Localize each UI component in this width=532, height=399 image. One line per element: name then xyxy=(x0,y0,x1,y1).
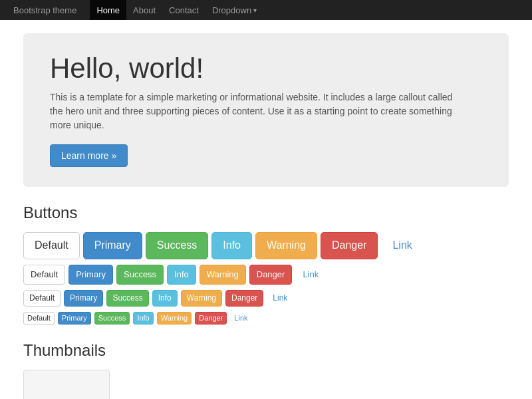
btn-danger-sm[interactable]: Danger xyxy=(225,290,263,307)
hero-unit: Hello, world! This is a template for a s… xyxy=(23,33,509,187)
main-content: Hello, world! This is a template for a s… xyxy=(13,20,519,399)
nav-item-contact[interactable]: Contact xyxy=(162,0,205,20)
btn-success-md[interactable]: Success xyxy=(116,265,164,285)
learn-more-button[interactable]: Learn more » xyxy=(50,144,128,167)
btn-warning-md[interactable]: Warning xyxy=(200,265,246,285)
btn-default-md[interactable]: Default xyxy=(23,265,65,285)
thumbnails-title: Thumbnails xyxy=(23,341,509,360)
navbar: Bootstrap theme Home About Contact Dropd… xyxy=(0,0,532,20)
btn-success-xs[interactable]: Success xyxy=(94,312,130,325)
btn-link-lg[interactable]: Link xyxy=(381,232,423,259)
btn-info-xs[interactable]: Info xyxy=(133,312,153,325)
button-row-xs: Default Primary Success Info Warning Dan… xyxy=(23,312,509,325)
btn-link-md[interactable]: Link xyxy=(295,265,326,285)
chevron-down-icon: ▾ xyxy=(253,7,257,14)
thumbnail-item[interactable]: 200x200 xyxy=(23,370,110,399)
btn-info-sm[interactable]: Info xyxy=(152,290,178,307)
btn-default-lg[interactable]: Default xyxy=(23,232,80,259)
btn-danger-md[interactable]: Danger xyxy=(249,265,293,285)
btn-warning-xs[interactable]: Warning xyxy=(157,312,192,325)
btn-primary-md[interactable]: Primary xyxy=(68,265,113,285)
btn-warning-sm[interactable]: Warning xyxy=(181,290,222,307)
btn-default-sm[interactable]: Default xyxy=(23,290,61,307)
hero-heading: Hello, world! xyxy=(50,53,482,84)
btn-warning-lg[interactable]: Warning xyxy=(255,232,317,259)
nav-item-dropdown[interactable]: Dropdown ▾ xyxy=(205,0,263,20)
button-row-md: Default Primary Success Info Warning Dan… xyxy=(23,265,509,285)
btn-success-lg[interactable]: Success xyxy=(146,232,208,259)
buttons-section: Buttons Default Primary Success Info War… xyxy=(23,203,509,325)
buttons-title: Buttons xyxy=(23,203,509,222)
hero-description: This is a template for a simple marketin… xyxy=(50,90,462,132)
btn-default-xs[interactable]: Default xyxy=(23,312,55,325)
btn-primary-lg[interactable]: Primary xyxy=(83,232,142,259)
btn-primary-xs[interactable]: Primary xyxy=(58,312,91,325)
nav-items: Home About Contact Dropdown ▾ xyxy=(90,0,263,20)
nav-item-home[interactable]: Home xyxy=(90,0,126,20)
btn-primary-sm[interactable]: Primary xyxy=(64,290,103,307)
btn-info-lg[interactable]: Info xyxy=(211,232,252,259)
btn-info-md[interactable]: Info xyxy=(167,265,196,285)
nav-item-about[interactable]: About xyxy=(126,0,162,20)
thumbnails-section: Thumbnails 200x200 xyxy=(23,341,509,399)
button-row-sm: Default Primary Success Info Warning Dan… xyxy=(23,290,509,307)
button-row-lg: Default Primary Success Info Warning Dan… xyxy=(23,232,509,259)
btn-success-sm[interactable]: Success xyxy=(106,290,148,307)
navbar-brand[interactable]: Bootstrap theme xyxy=(13,5,76,15)
btn-link-sm[interactable]: Link xyxy=(267,290,293,307)
btn-danger-lg[interactable]: Danger xyxy=(321,232,378,259)
btn-danger-xs[interactable]: Danger xyxy=(195,312,227,325)
btn-link-xs[interactable]: Link xyxy=(230,312,251,325)
